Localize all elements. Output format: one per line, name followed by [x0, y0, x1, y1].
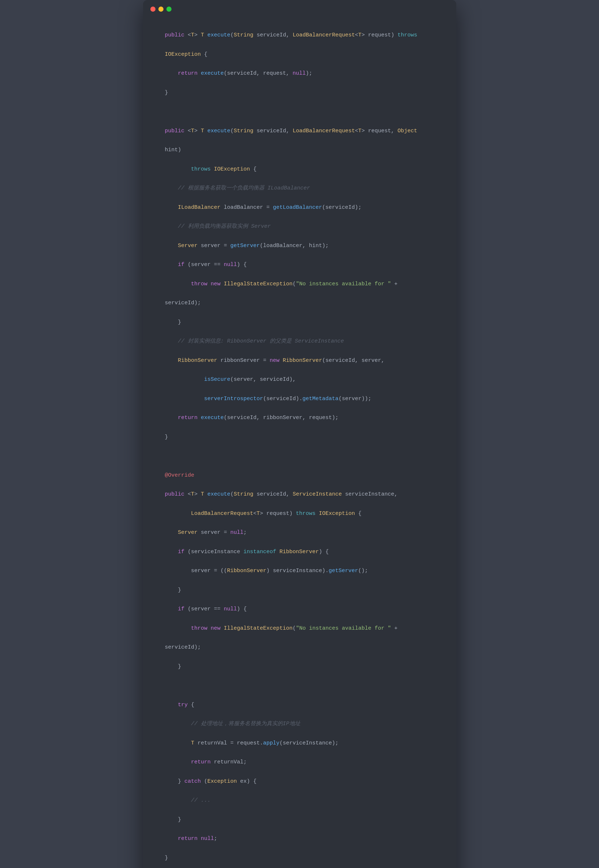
- code-line: serviceId);: [165, 299, 438, 308]
- code-line: if (server == null) {: [165, 605, 438, 614]
- code-window: public <T> T execute(String serviceId, L…: [143, 0, 456, 868]
- code-line: // 处理地址，将服务名替换为真实的IP地址: [165, 719, 438, 729]
- code-line: public <T> T execute(String serviceId, L…: [165, 30, 438, 40]
- code-line: ILoadBalancer loadBalancer = getLoadBala…: [165, 203, 438, 213]
- code-line: }: [165, 815, 438, 825]
- code-line: Server server = getServer(loadBalancer, …: [165, 241, 438, 251]
- code-line: } catch (Exception ex) {: [165, 777, 438, 786]
- code-line: @Override: [165, 471, 438, 480]
- code-line: // 根据服务名获取一个负载均衡器 ILoadBalancer: [165, 184, 438, 193]
- code-line: throws IOException {: [165, 165, 438, 174]
- code-line: server = ((RibbonServer) serviceInstance…: [165, 566, 438, 576]
- code-line: try {: [165, 700, 438, 710]
- code-line: if (server == null) {: [165, 260, 438, 270]
- code-line: IOException {: [165, 50, 438, 59]
- code-line: }: [165, 662, 438, 672]
- code-line: public <T> T execute(String serviceId, L…: [165, 127, 438, 136]
- code-line: Server server = null;: [165, 528, 438, 537]
- code-line: }: [165, 318, 438, 327]
- code-line: LoadBalancerRequest<T> request) throws I…: [165, 509, 438, 519]
- code-line: serviceId);: [165, 643, 438, 652]
- close-button[interactable]: [151, 6, 155, 12]
- code-editor: public <T> T execute(String serviceId, L…: [143, 18, 456, 868]
- code-line: }: [165, 586, 438, 595]
- code-line: T returnVal = request.apply(serviceInsta…: [165, 739, 438, 748]
- maximize-button[interactable]: [166, 6, 172, 12]
- minimize-button[interactable]: [158, 6, 164, 12]
- code-line: // 利用负载均衡器获取实例 Server: [165, 222, 438, 231]
- code-line: }: [165, 88, 438, 98]
- code-line: return null;: [165, 834, 438, 844]
- code-line: // ...: [165, 796, 438, 805]
- code-line: return execute(serviceId, request, null)…: [165, 69, 438, 78]
- code-line: // 封装实例信息: RibbonServer 的父类是 ServiceInst…: [165, 337, 438, 346]
- code-line: RibbonServer ribbonServer = new RibbonSe…: [165, 356, 438, 365]
- code-line: throw new IllegalStateException("No inst…: [165, 624, 438, 633]
- code-line: serverIntrospector(serviceId).getMetadat…: [165, 394, 438, 404]
- titlebar: [143, 0, 456, 18]
- code-line: public <T> T execute(String serviceId, S…: [165, 490, 438, 499]
- code-line: }: [165, 853, 438, 863]
- code-line: }: [165, 433, 438, 442]
- code-line: throw new IllegalStateException("No inst…: [165, 279, 438, 289]
- code-line: isSecure(server, serviceId),: [165, 375, 438, 385]
- code-line: if (serviceInstance instanceof RibbonSer…: [165, 547, 438, 557]
- code-line: return execute(serviceId, ribbonServer, …: [165, 413, 438, 423]
- code-line: return returnVal;: [165, 758, 438, 767]
- code-line: hint): [165, 145, 438, 155]
